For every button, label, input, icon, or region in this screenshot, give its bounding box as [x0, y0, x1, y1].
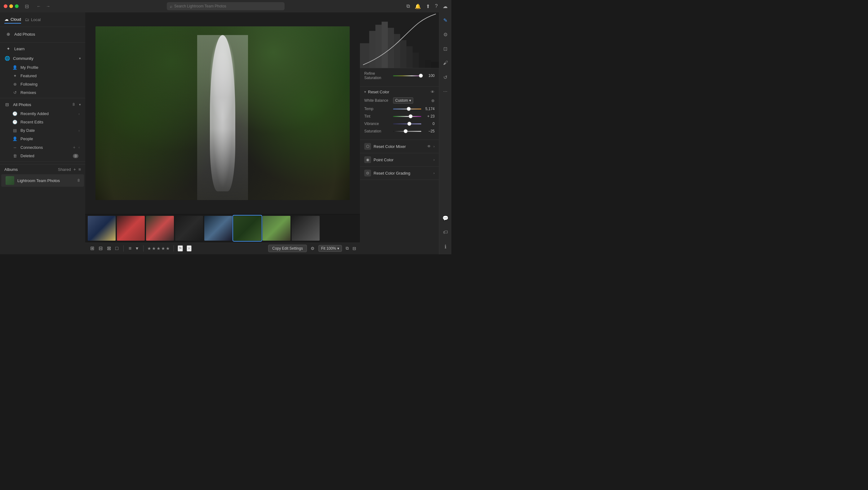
sidebar-item-recent-edits[interactable]: 🕐 Recent Edits [1, 118, 84, 126]
history-icon[interactable]: ↺ [441, 72, 450, 82]
saturation-slider[interactable] [393, 131, 421, 132]
settings-button[interactable]: ⚙ [311, 246, 315, 251]
sidebar-item-following[interactable]: ⊕ Following [1, 80, 84, 88]
all-photos-section[interactable]: ⊟ All Photos 8 ▾ [0, 99, 85, 110]
shared-label[interactable]: Shared [58, 167, 71, 172]
info-icon[interactable]: ℹ [441, 242, 450, 251]
edit-icon[interactable]: ✎ [441, 16, 450, 25]
reset-color-eye-icon[interactable]: 👁 [431, 90, 435, 94]
detail-toggle-button[interactable]: ⊟ [352, 246, 356, 251]
sidebar-item-featured[interactable]: ✦ Featured [1, 72, 84, 80]
album-item-lightroom-team[interactable]: Lightroom Team Photos 8 [1, 174, 84, 187]
tag-icon[interactable]: 🏷 [441, 227, 450, 237]
divider-2 [0, 98, 85, 98]
temp-slider[interactable] [393, 109, 421, 110]
calendar-icon: ▤ [12, 128, 18, 133]
filmstrip-thumb-3[interactable] [146, 216, 174, 241]
brush-icon[interactable]: 🖌 [441, 58, 450, 68]
fit-zoom-control[interactable]: Fit 100% ▾ [318, 245, 342, 252]
grid-view-button[interactable]: ⊞ [89, 244, 95, 252]
main-content: ⊞ ⊟ ⊠ □ ≡ ▾ ★ ★ ★ ★ ★ ⚑ ✕ Copy Edit Set [85, 12, 360, 254]
tint-slider[interactable] [393, 116, 421, 117]
filmstrip-thumb-6[interactable] [234, 216, 261, 241]
comment-icon[interactable]: 💬 [441, 213, 450, 223]
star-2[interactable]: ★ [152, 246, 156, 251]
albums-label: Albums [4, 167, 58, 172]
search-bar[interactable]: ⌕ [167, 2, 285, 10]
help-icon[interactable]: ? [435, 3, 438, 9]
sidebar-item-deleted[interactable]: 🗑 Deleted 0 [1, 152, 84, 160]
reset-color-header[interactable]: ▾ Reset Color 👁 [364, 90, 435, 94]
sidebar-item-learn[interactable]: ✦ Learn [1, 44, 84, 53]
reset-color-mixer-section[interactable]: ⬡ Reset Color Mixer 👁 › [360, 140, 439, 153]
cloud-tab[interactable]: ☁ Cloud [4, 16, 21, 24]
share-icon[interactable]: ⬆ [426, 3, 430, 9]
copy-edit-button[interactable]: Copy Edit Settings [268, 245, 307, 252]
notification-icon[interactable]: 🔔 [415, 3, 421, 9]
more-icon[interactable]: ··· [441, 87, 450, 96]
vibrance-thumb[interactable] [407, 122, 411, 126]
temp-thumb[interactable] [407, 107, 411, 111]
search-input[interactable] [174, 4, 281, 8]
detail-view-button[interactable]: □ [114, 244, 120, 252]
star-5[interactable]: ★ [166, 246, 170, 251]
sidebar-item-by-date[interactable]: ▤ By Date ‹ [1, 126, 84, 134]
cloud-sync-icon[interactable]: ☁ [443, 3, 447, 9]
adjust-icon[interactable]: ⚙ [441, 30, 450, 39]
refine-saturation-thumb[interactable] [419, 74, 423, 78]
filmstrip-thumb-1[interactable] [88, 216, 116, 241]
reject-button[interactable]: ✕ [187, 245, 192, 251]
filmstrip-thumb-2[interactable] [117, 216, 145, 241]
vibrance-slider[interactable] [393, 123, 421, 124]
white-balance-label: White Balance [364, 98, 391, 103]
divider-1 [0, 42, 85, 43]
star-rating[interactable]: ★ ★ ★ ★ ★ [147, 246, 170, 251]
sidebar-item-my-profile[interactable]: 👤 My Profile [1, 63, 84, 72]
filmstrip-thumb-4[interactable] [175, 216, 203, 241]
white-balance-eyedropper-icon[interactable]: ⊕ [431, 98, 435, 103]
star-4[interactable]: ★ [161, 246, 165, 251]
sort-chevron-button[interactable]: ▾ [134, 244, 140, 252]
filmstrip-thumb-7[interactable] [262, 216, 290, 241]
filmstrip-thumb-5[interactable] [204, 216, 232, 241]
community-section[interactable]: 🌐 Community ▾ [0, 53, 85, 63]
sidebar-item-recently-added[interactable]: 🕐 Recently Added ‹ [1, 110, 84, 118]
back-button[interactable]: ← [35, 3, 43, 9]
flag-button[interactable]: ⚑ [178, 245, 183, 251]
add-photos-button[interactable]: ⊕ Add Photos [1, 29, 84, 39]
white-balance-select[interactable]: Custom ▾ [393, 97, 413, 103]
svg-rect-2 [375, 25, 382, 68]
compare-toggle-button[interactable]: ⧉ [346, 246, 349, 251]
refine-saturation-slider[interactable] [393, 75, 421, 76]
forward-button[interactable]: → [44, 3, 52, 9]
deleted-count-badge: 0 [73, 154, 79, 158]
maximize-button[interactable] [15, 4, 19, 8]
transform-icon[interactable]: ⊡ [441, 44, 450, 53]
minimize-button[interactable] [9, 4, 13, 8]
color-mixer-eye-icon[interactable]: 👁 [427, 144, 431, 149]
filter-icon[interactable]: ⧉ [406, 3, 410, 9]
sidebar-item-remixes[interactable]: ↺ Remixes [1, 88, 84, 97]
thumb-bg-2 [117, 216, 145, 241]
grid2-view-button[interactable]: ⊟ [97, 244, 104, 252]
tint-thumb[interactable] [409, 115, 413, 119]
reset-color-grading-section[interactable]: ⊙ Reset Color Grading › [360, 166, 439, 180]
people-icon: 👤 [12, 136, 18, 141]
add-album-button[interactable]: + [73, 167, 76, 172]
local-tab[interactable]: 🗂 Local [25, 16, 41, 23]
point-color-section[interactable]: ◉ Point Color › [360, 153, 439, 166]
saturation-thumb[interactable] [404, 129, 408, 133]
star-3[interactable]: ★ [157, 246, 161, 251]
sort-button[interactable]: ≡ [127, 244, 133, 252]
sidebar-item-people[interactable]: 👤 People [1, 134, 84, 143]
sort-albums-button[interactable]: ≡ [79, 167, 81, 172]
close-button[interactable] [4, 4, 7, 8]
remixes-label: Remixes [21, 90, 80, 95]
sidebar-item-connections[interactable]: ↔ Connections + ‹ [1, 143, 84, 152]
connections-add-icon[interactable]: + [73, 145, 75, 150]
photo-view[interactable] [85, 12, 360, 214]
filmstrip-thumb-8[interactable] [292, 216, 320, 241]
compare-view-button[interactable]: ⊠ [106, 244, 112, 252]
filmstrip[interactable] [85, 214, 360, 242]
star-1[interactable]: ★ [147, 246, 151, 251]
